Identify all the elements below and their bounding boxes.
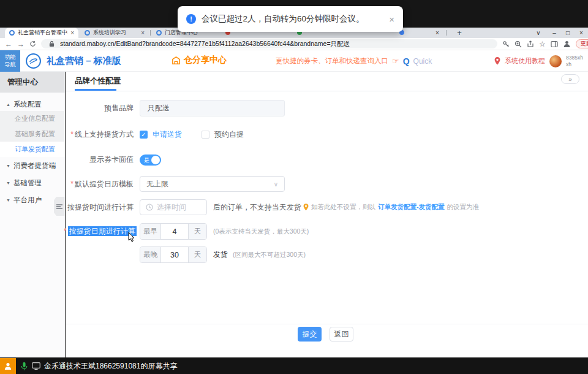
app-title: 礼盒营销 – 标准版 — [47, 55, 121, 67]
chrome-update-button[interactable]: 更新 ! — [576, 39, 588, 48]
latest-hint: 发货 (区间最大不可超过300天) — [213, 246, 306, 263]
prefix-latest: 最晚 — [140, 247, 161, 262]
share-bar-text: 金禾通技术王斌18662591081的屏幕共享 — [44, 361, 177, 372]
chevron-down-icon: ∨ — [274, 181, 278, 188]
tab-label: 礼盒营销平台管理中心 — [18, 29, 67, 37]
user-sub: xh — [566, 61, 571, 67]
sidebar-item-enterprise-config[interactable]: 企业信息配置 — [0, 111, 65, 126]
required-mark: * — [64, 227, 67, 235]
latest-days-value[interactable]: 30 — [161, 247, 188, 262]
group-label: 消费者提货端 — [13, 161, 56, 170]
back-icon[interactable]: ← — [5, 40, 12, 48]
tip-link-shipping-config[interactable]: 订单发货配置-发货配置 — [378, 203, 445, 212]
group-label: 平台用户 — [13, 196, 42, 205]
back-button[interactable]: 返回 — [330, 327, 353, 342]
window-minimize-icon[interactable]: – — [548, 28, 561, 38]
sidebar-title: 管理中心 — [0, 72, 65, 93]
item-label: 企业信息配置 — [15, 114, 55, 123]
lock-icon — [47, 39, 56, 48]
tab-close-icon[interactable]: × — [141, 30, 145, 36]
required-mark: * — [70, 180, 74, 188]
sidebar-group-system-config[interactable]: ▲ 系统配置 — [0, 97, 65, 111]
tab-separator — [150, 30, 151, 36]
label-text: 线上支持提货方式 — [75, 130, 134, 139]
checkbox-label-apply-delivery[interactable]: 申请送货 — [153, 129, 182, 140]
function-nav-button[interactable]: 功能 导航 — [0, 50, 20, 72]
profile-icon[interactable] — [563, 39, 571, 49]
window-menu-icon[interactable]: ∨ — [532, 28, 545, 38]
label-pickup-methods: *线上支持提货方式 — [64, 126, 134, 142]
bookmark-star-icon[interactable]: ☆ — [539, 39, 546, 49]
submit-button[interactable]: 提交 — [298, 327, 322, 342]
pickup-time-input[interactable]: 选择时间 — [140, 199, 207, 215]
browser-url-bar: ← → standard.maboy.cn/EditBand?brandcode… — [0, 38, 588, 50]
checkbox-reserve-pickup[interactable] — [202, 131, 209, 139]
tab-favicon — [9, 30, 15, 36]
item-label: 基础服务配置 — [15, 129, 55, 139]
new-tab-button[interactable]: + — [453, 28, 466, 38]
caret-down-icon: ▼ — [6, 181, 10, 185]
warehouse-share-center-link[interactable]: 仓分享中心 — [172, 55, 227, 66]
notification-text: 会议已超过2人，自动转为60分钟限时会议。 — [202, 13, 364, 25]
input-value: 只配送 — [148, 103, 170, 113]
forward-icon[interactable]: → — [17, 40, 24, 48]
ship-word: 发货 — [213, 250, 228, 260]
quick-search-label[interactable]: Quick — [413, 57, 432, 66]
screen-share-bar: 金禾通技术王斌18662591081的屏幕共享 — [0, 358, 588, 374]
share-icon[interactable] — [527, 39, 534, 49]
sidebar-group-consumer-pickup[interactable]: ▼ 消费者提货端 — [0, 159, 65, 172]
quick-search-icon[interactable]: Q — [403, 56, 410, 66]
active-tab-underline — [75, 89, 116, 91]
label-text: 按提货时间进行计算 — [67, 203, 134, 212]
tip-text: 如若此处不设置，则以 — [311, 203, 375, 212]
notification-close-icon[interactable]: × — [389, 14, 394, 25]
toggle-knob — [151, 156, 160, 164]
zoom-icon[interactable] — [514, 39, 522, 49]
sidebar-group-basic-management[interactable]: ▼ 基础管理 — [0, 176, 65, 189]
label-text: 预售品牌 — [104, 104, 134, 112]
selected-label-text: 按提货日期进行计算 — [68, 226, 137, 236]
app-logo-icon — [26, 53, 41, 69]
location-pin-icon — [494, 57, 500, 65]
browser-tab-training[interactable]: 系统培训学习 × — [80, 28, 149, 38]
earliest-days-value[interactable]: 4 — [161, 224, 188, 239]
tab-close-icon[interactable]: × — [432, 28, 442, 38]
side-panel-icon[interactable] — [551, 39, 558, 49]
window-maximize-icon[interactable]: □ — [561, 28, 575, 38]
tab-brand-personality-config[interactable]: 品牌个性配置 — [75, 76, 121, 86]
participant-icon[interactable] — [0, 358, 16, 374]
caret-down-icon: ▼ — [6, 198, 10, 202]
label-calc-by-date: *按提货日期进行计算 — [64, 223, 134, 239]
caret-down-icon: ▼ — [6, 164, 10, 168]
prefix-earliest: 最早 — [140, 224, 161, 239]
mic-icon[interactable] — [21, 362, 28, 371]
window-close-icon[interactable]: × — [575, 28, 588, 38]
panel-collapse-button[interactable]: » — [561, 74, 579, 84]
tab-bar-divider — [66, 91, 588, 91]
earliest-days-input-group[interactable]: 最早 4 天 — [140, 223, 207, 240]
checkbox-label-reserve-pickup[interactable]: 预约自提 — [214, 129, 244, 140]
address-input[interactable]: standard.maboy.cn/EditBand?brandcode=844… — [41, 39, 497, 48]
reload-icon[interactable] — [29, 39, 36, 49]
label-calc-by-time: 按提货时间进行计算 — [64, 199, 134, 215]
sidebar-item-order-shipping-config[interactable]: 订单发货配置 — [0, 142, 65, 157]
select-value: 无上限 — [146, 179, 168, 189]
calendar-template-select[interactable]: 无上限 ∨ — [140, 176, 285, 192]
tab-close-icon[interactable]: × — [70, 30, 74, 36]
group-label: 系统配置 — [13, 100, 42, 109]
browser-tab-gift-admin[interactable]: 礼盒营销平台管理中心 × — [5, 28, 78, 38]
meeting-notification: ! 会议已超过2人，自动转为60分钟限时会议。 × — [178, 6, 403, 32]
mouse-cursor — [128, 232, 135, 245]
latest-days-input-group[interactable]: 最晚 30 天 — [140, 246, 207, 263]
tutorial-link[interactable]: 系统使用教程 — [505, 56, 545, 66]
checkbox-apply-delivery[interactable]: ✓ — [140, 131, 148, 139]
password-key-icon[interactable] — [502, 39, 510, 49]
user-avatar[interactable] — [549, 55, 562, 67]
face-value-toggle[interactable]: 是 — [140, 155, 161, 166]
time-placeholder: 选择时间 — [157, 202, 186, 213]
caret-up-icon: ▲ — [6, 102, 10, 107]
presale-brand-input[interactable]: 只配送 — [140, 100, 285, 116]
sidebar-item-basic-service-config[interactable]: 基础服务配置 — [0, 126, 65, 142]
tip-pin-icon — [303, 204, 309, 211]
label-show-face-value: 显示券卡面值 — [64, 151, 134, 167]
